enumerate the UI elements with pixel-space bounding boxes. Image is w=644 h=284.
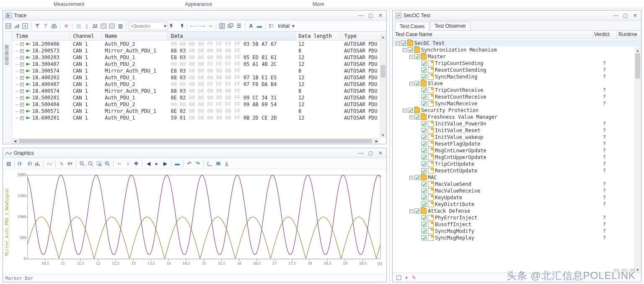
zoom-in-icon[interactable]: + xyxy=(78,160,86,167)
col-verdict[interactable]: Verdict xyxy=(592,31,617,39)
clipboard-icon[interactable]: ▤ xyxy=(75,22,82,30)
delta-icon[interactable]: Δt xyxy=(91,22,99,30)
chart-icon[interactable] xyxy=(13,22,21,30)
initial-label[interactable]: Initial xyxy=(276,23,291,29)
columns-icon[interactable]: ▥ xyxy=(116,22,124,30)
expand-icon[interactable]: − xyxy=(409,55,413,59)
binoculars-icon[interactable] xyxy=(50,22,58,30)
tree-row[interactable]: ResetCntUpdate? xyxy=(393,167,641,174)
pause-icon[interactable]: ‖ xyxy=(83,22,91,30)
col-data[interactable]: Data xyxy=(167,32,295,41)
signal-add-icon[interactable] xyxy=(46,160,53,167)
checkbox-icon[interactable] xyxy=(414,208,419,214)
undo-icon[interactable]: ↶ xyxy=(186,160,193,167)
tree-row[interactable]: InitValue_Reset? xyxy=(393,127,641,134)
find-prev-icon[interactable] xyxy=(169,22,176,30)
checkbox-icon[interactable] xyxy=(422,229,427,234)
filter-clear-icon[interactable] xyxy=(42,22,49,30)
checkbox-icon[interactable] xyxy=(401,41,406,46)
tree-row[interactable]: −MAC xyxy=(393,174,641,181)
close-icon[interactable]: ✕ xyxy=(377,13,384,18)
xy-icon[interactable]: XY xyxy=(66,160,74,167)
find-next-icon[interactable] xyxy=(177,22,185,30)
trace-row[interactable]: — + 18.500571CAN 1Mirror_Auth_PDU_18E 02… xyxy=(13,108,386,115)
checkbox-icon[interactable] xyxy=(414,81,419,86)
ribbon-tab-appearance[interactable]: Appearance xyxy=(185,1,212,7)
trace-row[interactable]: — + 18.600201CAN 1Auth_PDU_159 01 00 00 … xyxy=(13,115,386,121)
expand-icon[interactable]: + xyxy=(20,56,24,60)
tree-row[interactable]: −Freshness Value Manager xyxy=(393,114,641,120)
tree-row[interactable]: −Master xyxy=(393,53,641,60)
cursor-right-icon[interactable] xyxy=(25,160,33,167)
expand-icon[interactable]: + xyxy=(20,109,24,113)
tab-test-observer[interactable]: Test Observer xyxy=(430,21,471,30)
checkbox-icon[interactable] xyxy=(422,61,427,66)
maximize-icon[interactable]: ▢ xyxy=(367,150,374,156)
dropdown-icon[interactable]: ▾ xyxy=(163,23,168,29)
checkbox-icon[interactable] xyxy=(422,195,427,200)
expand-icon[interactable]: + xyxy=(20,69,24,73)
col-name[interactable]: Test Case Name xyxy=(393,31,592,39)
expand-icon[interactable]: − xyxy=(403,48,406,52)
legend-icon[interactable] xyxy=(268,22,275,30)
ribbon-tab-more[interactable]: More xyxy=(313,1,324,7)
tree-row[interactable]: SyncMsgReplay? xyxy=(393,234,641,241)
font-icon[interactable]: A xyxy=(247,22,255,30)
tree-row[interactable]: TripCountReceive? xyxy=(393,87,641,94)
tree-row[interactable]: InitValue_PowerOn? xyxy=(393,120,641,127)
tree-row[interactable]: TripCntUpdate? xyxy=(393,161,641,167)
col-name[interactable]: Name xyxy=(101,32,167,41)
trace-row[interactable]: — + 18.300574CAN 1Mirror_Auth_PDU_1E8 03… xyxy=(13,68,386,74)
delete-icon[interactable]: ✕ xyxy=(62,22,70,30)
tree-row[interactable]: −Attack Defense xyxy=(393,208,641,214)
col-time[interactable]: Time xyxy=(13,32,70,41)
wave-icon[interactable]: ∿ xyxy=(58,160,65,167)
checkbox-icon[interactable] xyxy=(408,108,413,113)
new-icon[interactable] xyxy=(395,274,403,281)
search-input[interactable]: ▾ xyxy=(129,22,168,30)
trace-row[interactable]: — + 18.200573CAN 1Mirror_Auth_PDU_188 03… xyxy=(13,47,386,54)
trace-row[interactable]: — + 18.400574CAN 1Mirror_Auth_PDU_188 03… xyxy=(13,88,386,94)
detail-view-icon[interactable] xyxy=(5,22,12,30)
tree-row[interactable]: SyncMsgModify? xyxy=(393,228,641,234)
checkbox-icon[interactable] xyxy=(422,155,427,160)
search-field[interactable] xyxy=(129,23,163,29)
tree-row[interactable]: SyncMacReceive? xyxy=(393,100,641,107)
marker-icon[interactable]: ▬ xyxy=(173,160,181,167)
step-back-icon[interactable]: ◀ xyxy=(145,160,152,167)
dropdown-icon[interactable]: ▾ xyxy=(292,23,295,29)
redo-icon[interactable]: ↷ xyxy=(194,160,202,167)
trace-row[interactable]: — + 18.200406CAN 1Auth_PDU_200 00 00 00 … xyxy=(13,41,386,48)
tree-row[interactable]: MsgCntUpperUpdate? xyxy=(393,154,641,161)
expand-icon[interactable]: + xyxy=(20,63,24,66)
expand-icon[interactable]: + xyxy=(20,89,24,93)
bars-icon[interactable] xyxy=(34,160,41,167)
expand-h-icon[interactable]: ↔ xyxy=(116,160,123,167)
expand-icon[interactable]: + xyxy=(20,76,24,80)
vertical-scrollbar[interactable]: ▲ ▼ xyxy=(634,47,641,273)
minimize-icon[interactable]: — xyxy=(612,13,619,18)
tree-row[interactable]: ResetCountSending? xyxy=(393,67,641,73)
window-split-icon[interactable] xyxy=(218,22,226,30)
step-fwd-icon[interactable]: ▶ xyxy=(161,160,169,167)
checkbox-icon[interactable] xyxy=(422,215,427,220)
expand-icon[interactable]: + xyxy=(20,116,24,120)
test-tree[interactable]: −SecOC Test−Synchronization Mechanism−Ma… xyxy=(393,39,641,273)
checkbox-icon[interactable] xyxy=(422,74,427,79)
tab-test-cases[interactable]: Test Cases xyxy=(395,22,429,31)
checkbox-icon[interactable] xyxy=(422,162,427,167)
expand-v-icon[interactable]: ↕ xyxy=(124,160,132,167)
nav-end-icon[interactable]: ⇥ xyxy=(206,22,214,30)
edit-icon[interactable]: ✎ xyxy=(410,274,418,281)
window-cascade-icon[interactable] xyxy=(227,22,234,30)
checkbox-icon[interactable] xyxy=(422,148,427,153)
expand-icon[interactable]: − xyxy=(403,109,406,112)
checkbox-icon[interactable] xyxy=(422,202,427,207)
expand-icon[interactable]: + xyxy=(20,42,24,46)
axis-icon[interactable] xyxy=(206,160,214,167)
ribbon-tab-measurement[interactable]: Measurement xyxy=(54,1,84,7)
tree-row[interactable]: −Security Protection xyxy=(393,107,641,114)
checkbox-icon[interactable] xyxy=(414,115,419,120)
trace-row[interactable]: — + 18.500201CAN 1Auth_PDU_18E 02 00 00 … xyxy=(13,94,386,101)
trace-row[interactable]: — + 18.400407CAN 1Auth_PDU_200 00 00 00 … xyxy=(13,81,386,88)
